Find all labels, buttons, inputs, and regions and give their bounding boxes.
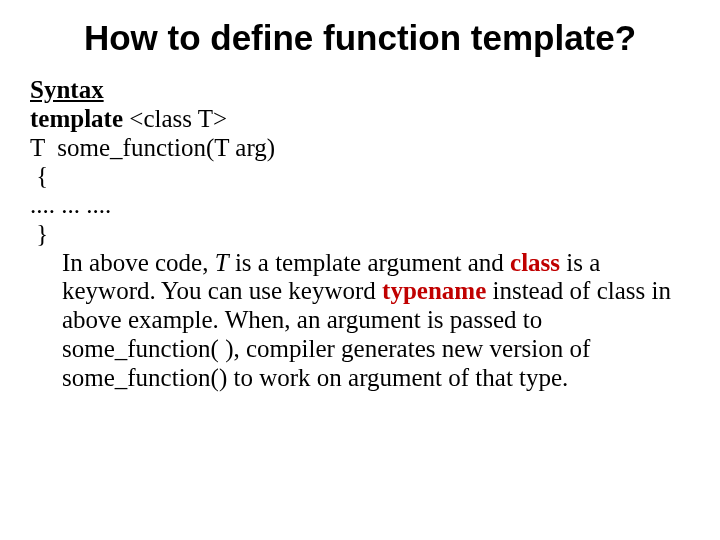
code-line-5: } [30, 220, 690, 249]
explanation-paragraph: In above code, T is a template argument … [30, 249, 690, 393]
keyword-class: class [510, 249, 560, 276]
slide-body: Syntax template <class T> T some_functio… [30, 76, 690, 392]
para-text-1: In above code, [62, 249, 215, 276]
code-template-kw: template [30, 105, 129, 132]
para-text-2: is a template argument and [229, 249, 510, 276]
code-line-2: T some_function(T arg) [30, 134, 690, 163]
slide: How to define function template? Syntax … [0, 0, 720, 540]
keyword-typename: typename [382, 277, 486, 304]
code-line-3: { [30, 162, 690, 191]
para-T: T [215, 249, 229, 276]
code-template-param: <class T> [129, 105, 227, 132]
slide-title: How to define function template? [30, 18, 690, 58]
syntax-heading: Syntax [30, 76, 690, 105]
code-line-1: template <class T> [30, 105, 690, 134]
code-line-4: .... ... .... [30, 191, 690, 220]
